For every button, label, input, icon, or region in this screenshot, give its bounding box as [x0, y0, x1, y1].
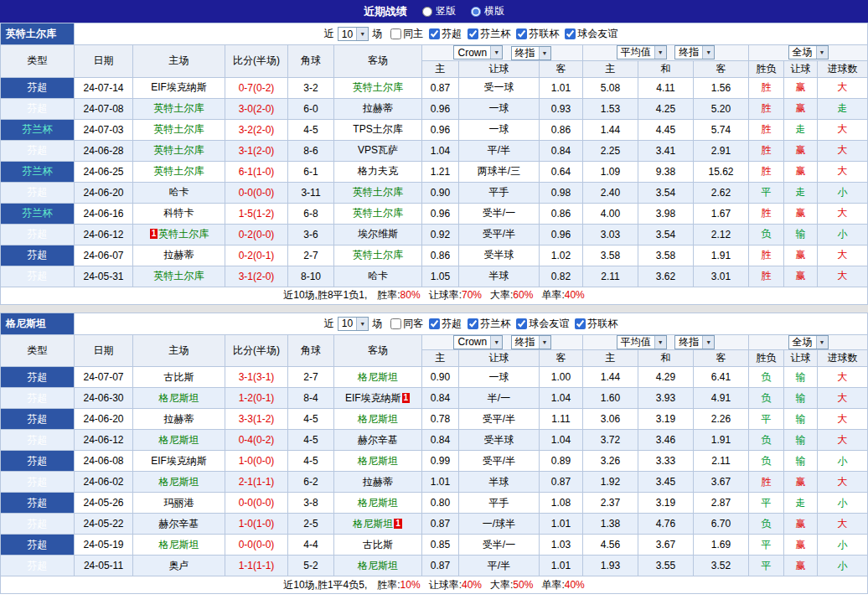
team-name[interactable]: EIF埃克纳斯	[151, 455, 207, 467]
team-name[interactable]: 英特土尔库	[154, 270, 204, 282]
full-match-select[interactable]: 全场 ▼	[788, 45, 829, 59]
filter-option[interactable]: 芬超	[429, 27, 462, 41]
filter-option[interactable]: 芬兰杯	[468, 317, 510, 331]
team-name[interactable]: 格尼斯坦	[358, 560, 398, 571]
team-name[interactable]: 英特土尔库	[158, 228, 209, 240]
bookmaker-select[interactable]: Crown ▼	[453, 45, 503, 59]
team-name[interactable]: EIF埃克纳斯	[151, 81, 207, 93]
team-name[interactable]: 英特土尔库	[353, 249, 403, 261]
filter-checkbox[interactable]	[575, 318, 586, 329]
team-name[interactable]: 拉赫蒂	[363, 476, 393, 488]
filter-label: 同主	[403, 27, 423, 41]
team-name[interactable]: 格尼斯坦	[358, 371, 398, 383]
filter-checkbox[interactable]	[429, 28, 440, 39]
ah-line-cell: 平手	[459, 182, 540, 203]
goals-result-cell: 大	[818, 409, 868, 430]
filter-checkbox[interactable]	[468, 318, 478, 329]
team-name[interactable]: 奥卢	[169, 560, 189, 571]
filter-checkbox[interactable]	[429, 318, 440, 329]
date-cell: 24-05-22	[75, 514, 133, 535]
team-name[interactable]: 玛丽港	[164, 497, 194, 509]
match-count-select[interactable]: 10 ▼	[338, 27, 369, 41]
team-name[interactable]: 英特土尔库	[154, 102, 204, 114]
team-name[interactable]: 拉赫蒂	[164, 413, 194, 425]
team-name[interactable]: 古比斯	[363, 539, 393, 550]
bookmaker-select[interactable]: Crown ▼	[453, 335, 503, 349]
eu-away-odds-cell: 2.11	[694, 451, 749, 472]
team-name[interactable]: 古比斯	[164, 371, 194, 383]
eu-final-odds-select[interactable]: 终指 ▼	[674, 45, 715, 59]
average-odds-select[interactable]: 平均值 ▼	[617, 335, 667, 349]
team-name[interactable]: 格尼斯坦	[353, 518, 393, 530]
date-cell: 24-06-12	[75, 224, 133, 245]
stat-label: 胜率:	[377, 579, 400, 591]
match-row: 芬超 24-07-14 EIF埃克纳斯 0-7(0-2) 3-2 英特土尔库 0…	[1, 77, 868, 98]
average-odds-select[interactable]: 平均值 ▼	[617, 45, 667, 59]
team-name[interactable]: 格尼斯坦	[159, 434, 199, 446]
team-name[interactable]: 英特土尔库	[353, 186, 403, 198]
filter-checkbox[interactable]	[565, 28, 576, 39]
goals-result-cell: 大	[818, 472, 868, 493]
team-name[interactable]: EIF埃克纳斯	[345, 392, 401, 404]
horizontal-layout-radio[interactable]	[471, 7, 481, 17]
filter-option[interactable]: 芬联杯	[575, 317, 617, 331]
team-name[interactable]: 英特土尔库	[154, 123, 204, 135]
team-name[interactable]: 格尼斯坦	[358, 455, 398, 467]
team-name[interactable]: 拉赫蒂	[164, 249, 194, 261]
team-name[interactable]: 哈卡	[169, 186, 189, 198]
ah-final-odds-select[interactable]: 终指 ▼	[511, 335, 551, 349]
date-cell: 24-06-25	[75, 161, 133, 182]
team-name[interactable]: 英特土尔库	[353, 207, 403, 219]
score-cell: 0-0(0-0)	[225, 535, 288, 556]
filter-option[interactable]: 球会友谊	[516, 317, 569, 331]
filter-option[interactable]: 同客	[390, 317, 423, 331]
filter-option[interactable]: 芬超	[429, 317, 462, 331]
filter-option[interactable]: 球会友谊	[565, 27, 617, 41]
team-name[interactable]: 格尼斯坦	[159, 476, 199, 488]
ah-final-odds-select[interactable]: 终指 ▼	[511, 46, 551, 60]
team-name[interactable]: 赫尔辛基	[159, 518, 199, 530]
red-card-badge: 1	[402, 393, 411, 403]
team-name[interactable]: 英特土尔库	[353, 81, 403, 93]
full-match-select[interactable]: 全场 ▼	[788, 335, 829, 349]
layout-option-vertical[interactable]: 竖版	[422, 4, 456, 18]
team-name[interactable]: 格尼斯坦	[358, 497, 398, 509]
date-cell: 24-05-26	[75, 493, 133, 514]
ah-result-cell: 输	[784, 409, 818, 430]
team-name[interactable]: 哈卡	[368, 270, 388, 282]
summary-stat: 让球率:70%	[429, 289, 482, 301]
date-cell: 24-06-12	[75, 430, 133, 451]
team-name[interactable]: 埃尔维斯	[358, 228, 398, 240]
col-header-ah-away: 客	[540, 350, 583, 367]
team-name[interactable]: TPS土尔库	[353, 123, 402, 135]
filter-checkbox[interactable]	[516, 318, 527, 329]
team-name[interactable]: 拉赫蒂	[363, 102, 393, 114]
date-cell: 24-07-07	[75, 367, 133, 388]
ah-line-cell: 半/一	[459, 388, 540, 409]
filter-option[interactable]: 芬兰杯	[468, 27, 510, 41]
team-name[interactable]: 英特土尔库	[154, 144, 204, 156]
team-name[interactable]: 格力夫克	[358, 165, 398, 177]
filter-checkbox[interactable]	[516, 28, 527, 39]
vertical-layout-radio[interactable]	[422, 7, 432, 17]
filter-checkbox[interactable]	[390, 318, 401, 329]
filter-option[interactable]: 同主	[390, 27, 423, 41]
team-name[interactable]: 科特卡	[164, 207, 194, 219]
ah-line-cell: 一球	[459, 119, 540, 140]
ah-home-odds-cell: 0.92	[422, 224, 459, 245]
team-name[interactable]: 格尼斯坦	[159, 539, 199, 550]
match-count-select[interactable]: 10 ▼	[338, 317, 369, 331]
team-name[interactable]: 赫尔辛基	[358, 434, 398, 446]
away-team-cell: 英特土尔库	[334, 182, 422, 203]
filter-checkbox[interactable]	[390, 28, 401, 39]
team-name[interactable]: VPS瓦萨	[358, 144, 398, 156]
layout-option-horizontal[interactable]: 横版	[471, 4, 504, 18]
team-name[interactable]: 格尼斯坦	[358, 413, 398, 425]
team-name[interactable]: 格尼斯坦	[159, 392, 199, 404]
league-cell: 芬超	[1, 367, 75, 388]
chevron-down-icon: ▼	[356, 28, 368, 40]
team-name[interactable]: 英特土尔库	[154, 165, 204, 177]
filter-checkbox[interactable]	[468, 28, 478, 39]
filter-option[interactable]: 芬联杯	[516, 27, 559, 41]
eu-final-odds-select[interactable]: 终指 ▼	[674, 335, 715, 349]
